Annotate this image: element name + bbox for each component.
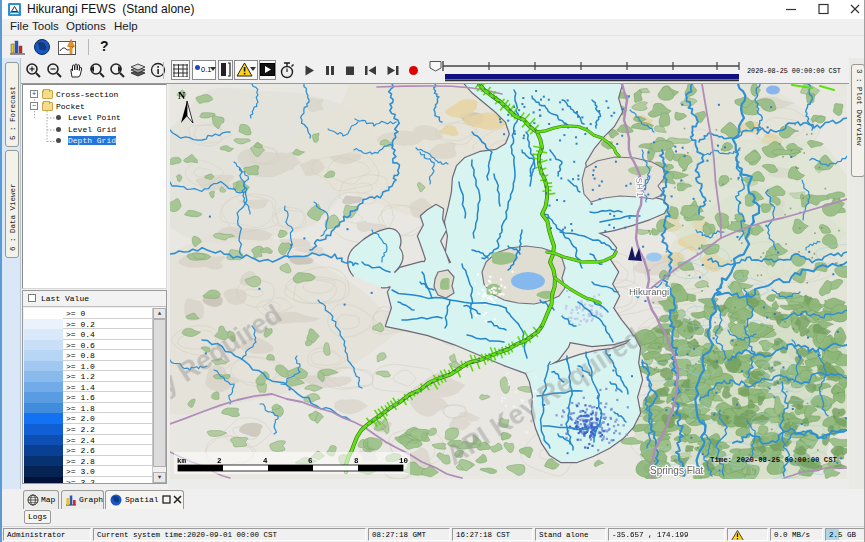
svg-text:Hikurangi: Hikurangi [629, 286, 669, 297]
svg-text:10: 10 [399, 457, 409, 465]
svg-text:4: 4 [263, 457, 268, 465]
svg-text:6: 6 [308, 457, 313, 465]
svg-text:N: N [178, 90, 186, 101]
svg-text:2: 2 [217, 457, 222, 465]
svg-text:Time: 2020-08-25 00:00:00 CST: Time: 2020-08-25 00:00:00 CST [710, 456, 838, 464]
svg-text:Springs Flat: Springs Flat [650, 465, 704, 476]
svg-text:km: km [177, 457, 187, 465]
svg-text:8: 8 [354, 457, 359, 465]
svg-text:SH 1: SH 1 [634, 177, 645, 197]
